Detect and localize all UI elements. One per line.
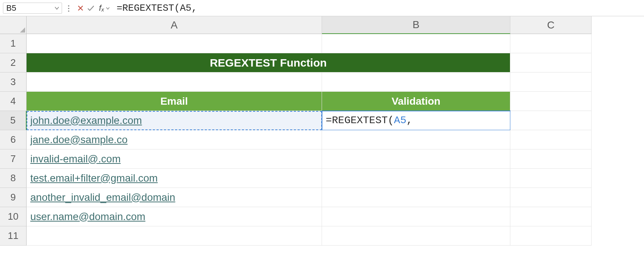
formula-prefix: =REGEXTEST( bbox=[326, 115, 394, 126]
chevron-down-icon bbox=[106, 3, 110, 13]
email-link: another_invalid_email@domain bbox=[30, 192, 175, 203]
title-banner[interactable]: REGEXTEST Function bbox=[27, 53, 510, 72]
cell-a9[interactable]: another_invalid_email@domain bbox=[27, 188, 322, 207]
row-header-9[interactable]: 9 bbox=[0, 188, 27, 207]
cell-b8[interactable] bbox=[322, 169, 510, 188]
row-header-8[interactable]: 8 bbox=[0, 169, 27, 188]
cell-b3[interactable] bbox=[322, 72, 510, 92]
row-header-1[interactable]: 1 bbox=[0, 34, 27, 53]
cell-c9[interactable] bbox=[510, 188, 592, 207]
email-link: john.doe@example.com bbox=[30, 115, 142, 126]
cell-c6[interactable] bbox=[510, 130, 592, 149]
cell-b9[interactable] bbox=[322, 188, 510, 207]
email-link: invalid-email@.com bbox=[30, 153, 121, 165]
cell-c11[interactable] bbox=[510, 226, 592, 246]
cell-a11[interactable] bbox=[27, 226, 322, 246]
formula-input[interactable]: =REGEXTEST(A5, bbox=[112, 3, 641, 14]
formula-ref: A5 bbox=[394, 115, 407, 126]
cell-a5[interactable]: john.doe@example.com bbox=[27, 111, 322, 130]
row-header-4[interactable]: 4 bbox=[0, 92, 27, 111]
formula-text: =REGEXTEST(A5, bbox=[117, 3, 197, 14]
row-header-5[interactable]: 5 bbox=[0, 111, 27, 130]
row-header-3[interactable]: 3 bbox=[0, 72, 27, 92]
cell-c5[interactable] bbox=[510, 111, 592, 130]
cell-b6[interactable] bbox=[322, 130, 510, 149]
cell-a8[interactable]: test.email+filter@gmail.com bbox=[27, 169, 322, 188]
row-header-7[interactable]: 7 bbox=[0, 149, 27, 169]
cell-a7[interactable]: invalid-email@.com bbox=[27, 149, 322, 169]
cell-a3[interactable] bbox=[27, 72, 322, 92]
row-header-10[interactable]: 10 bbox=[0, 207, 27, 226]
row-header-2[interactable]: 2 bbox=[0, 53, 27, 72]
cell-c10[interactable] bbox=[510, 207, 592, 226]
cell-b5-editing[interactable]: =REGEXTEST(A5, bbox=[322, 111, 510, 130]
cell-b7[interactable] bbox=[322, 149, 510, 169]
cell-c1[interactable] bbox=[510, 34, 592, 53]
column-header-a[interactable]: A bbox=[27, 16, 322, 34]
fx-icon[interactable]: fx bbox=[99, 3, 110, 13]
email-link: user.name@domain.com bbox=[30, 211, 145, 223]
formula-suffix: , bbox=[406, 115, 412, 126]
cell-a10[interactable]: user.name@domain.com bbox=[27, 207, 322, 226]
cell-c7[interactable] bbox=[510, 149, 592, 169]
cell-b11[interactable] bbox=[322, 226, 510, 246]
cell-b1[interactable] bbox=[322, 34, 510, 53]
header-validation[interactable]: Validation bbox=[322, 92, 510, 111]
name-box[interactable]: B5 bbox=[3, 3, 62, 14]
column-header-c[interactable]: C bbox=[510, 16, 592, 34]
header-email[interactable]: Email bbox=[27, 92, 322, 111]
cell-c3[interactable] bbox=[510, 72, 592, 92]
row-header-6[interactable]: 6 bbox=[0, 130, 27, 149]
cell-c4[interactable] bbox=[510, 92, 592, 111]
row-header-11[interactable]: 11 bbox=[0, 226, 27, 246]
cell-b10[interactable] bbox=[322, 207, 510, 226]
cell-c8[interactable] bbox=[510, 169, 592, 188]
cell-c2[interactable] bbox=[510, 53, 592, 72]
column-header-b[interactable]: B bbox=[322, 16, 510, 34]
cell-a6[interactable]: jane.doe@sample.co bbox=[27, 130, 322, 149]
name-box-value: B5 bbox=[6, 3, 16, 13]
chevron-down-icon bbox=[54, 3, 59, 13]
cell-a1[interactable] bbox=[27, 34, 322, 53]
cancel-button[interactable] bbox=[75, 3, 86, 13]
vertical-dots-icon: ⋮ bbox=[65, 4, 72, 13]
confirm-button[interactable] bbox=[86, 3, 96, 13]
formula-bar: B5 ⋮ fx =REGEXTEST(A5, bbox=[0, 0, 644, 16]
select-all-corner[interactable] bbox=[0, 16, 27, 34]
email-link: jane.doe@sample.co bbox=[30, 134, 127, 146]
title-text: REGEXTEST Function bbox=[210, 57, 327, 69]
email-link: test.email+filter@gmail.com bbox=[30, 172, 158, 184]
